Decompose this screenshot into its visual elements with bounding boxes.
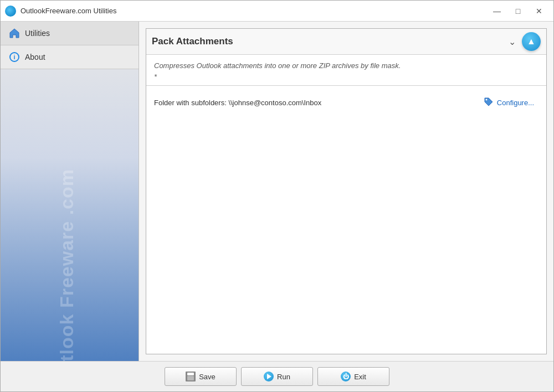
main-area: Utilities i About Outlook Freeware .com … [1,22,553,361]
description-text: Compresses Outlook attachments into one … [154,60,538,82]
dropdown-arrow[interactable]: ⌄ [505,35,519,48]
pack-title: Pack Attachments [152,36,505,47]
configure-button[interactable]: Configure... [479,95,538,111]
app-window: OutlookFreeware.com Utilities — □ ✕ Util… [0,0,554,392]
sidebar-item-about[interactable]: i About [1,45,138,69]
upload-arrow-icon: ▲ [527,37,536,46]
title-bar: OutlookFreeware.com Utilities — □ ✕ [1,1,553,22]
sidebar-watermark: Outlook Freeware .com [56,245,78,361]
pack-header: Pack Attachments ⌄ ▲ [146,29,546,55]
save-label: Save [199,373,216,381]
maximize-button[interactable]: □ [508,3,528,19]
sidebar-item-utilities[interactable]: Utilities [1,22,138,45]
exit-label: Exit [354,373,366,381]
right-panel: Pack Attachments ⌄ ▲ Compresses Outlook … [139,22,553,361]
sidebar: Utilities i About Outlook Freeware .com [1,22,139,361]
floppy-icon [186,372,196,381]
close-button[interactable]: ✕ [529,3,549,19]
run-play-icon [264,372,274,381]
bottom-toolbar: Save Run ⏻ Exit [1,361,553,391]
info-icon: i [8,51,20,63]
window-controls: — □ ✕ [487,3,549,19]
exit-button[interactable]: ⏻ Exit [317,367,389,386]
save-button[interactable]: Save [165,367,237,386]
power-icon: ⏻ [341,372,351,381]
run-button[interactable]: Run [241,367,313,386]
app-icon [5,6,16,17]
svg-point-0 [485,99,487,101]
minimize-button[interactable]: — [487,3,507,19]
utilities-label: Utilities [25,29,50,38]
description-area: Compresses Outlook attachments into one … [146,55,546,86]
about-label: About [25,53,45,61]
window-title: OutlookFreeware.com Utilities [20,7,487,15]
upload-button[interactable]: ▲ [522,32,541,51]
run-label: Run [277,373,290,381]
tag-icon [484,97,494,109]
info-row: Folder with subfolders: \\johnse@contoso… [146,86,546,120]
configure-label: Configure... [497,99,534,107]
folder-text: Folder with subfolders: \\johnse@contoso… [154,99,479,107]
house-icon [8,27,20,39]
content-box: Pack Attachments ⌄ ▲ Compresses Outlook … [146,28,547,354]
